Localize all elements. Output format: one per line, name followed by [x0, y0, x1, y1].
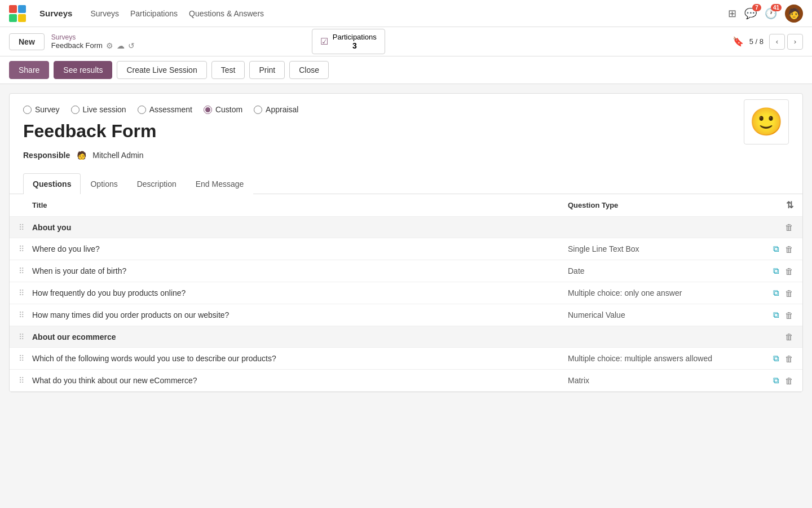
- table-row: ⠿ About our ecommerce 🗑: [10, 326, 802, 348]
- user-avatar[interactable]: 🧑: [785, 5, 803, 23]
- close-button[interactable]: Close: [289, 61, 329, 79]
- responsible-row: Responsible 🧑 Mitchell Admin: [23, 148, 298, 162]
- row-type: Multiple choice: multiple answers allowe…: [568, 354, 748, 363]
- responsible-name: Mitchell Admin: [92, 151, 143, 160]
- participations-button[interactable]: ☑ Participations 3: [312, 29, 385, 54]
- delete-icon[interactable]: 🗑: [785, 354, 793, 364]
- participations-count: 3: [333, 41, 377, 50]
- new-button[interactable]: New: [9, 33, 45, 50]
- row-actions: 🗑: [748, 332, 793, 341]
- table-row: ⠿ Where do you live? Single Line Text Bo…: [10, 238, 802, 260]
- app-logo: [9, 5, 26, 22]
- top-nav: Surveys Surveys Participations Questions…: [0, 0, 812, 27]
- table-row: ⠿ How frequently do you buy products onl…: [10, 282, 802, 304]
- topnav-right: ⊞ 💬 7 🕐 41 🧑: [728, 5, 803, 23]
- tab-end-message[interactable]: End Message: [186, 173, 254, 194]
- copy-icon[interactable]: ⧉: [773, 375, 779, 386]
- drag-handle[interactable]: ⠿: [19, 266, 32, 275]
- clock-badge: 41: [771, 4, 782, 11]
- row-question-title: How many times did you order products on…: [32, 310, 568, 319]
- drag-handle[interactable]: ⠿: [19, 310, 32, 319]
- responsible-label: Responsible: [23, 151, 70, 160]
- grid-icon[interactable]: ⊞: [728, 7, 736, 20]
- row-actions: ⧉ 🗑: [748, 310, 793, 320]
- row-section-title: About you: [32, 223, 568, 232]
- survey-info: Survey Live session Assessment Custom Ap…: [23, 105, 298, 171]
- participations-info: Participations 3: [333, 33, 377, 50]
- delete-icon[interactable]: 🗑: [785, 332, 793, 341]
- delete-icon[interactable]: 🗑: [785, 376, 793, 386]
- row-actions: ⧉ 🗑: [748, 266, 793, 276]
- row-type: Multiple choice: only one answer: [568, 288, 748, 297]
- actions-col-header: ⇅: [748, 200, 793, 211]
- survey-tabs: Questions Options Description End Messag…: [10, 173, 802, 194]
- drag-handle[interactable]: ⠿: [19, 223, 32, 232]
- copy-icon[interactable]: ⧉: [773, 244, 779, 254]
- copy-icon[interactable]: ⧉: [773, 353, 779, 364]
- row-actions: ⧉ 🗑: [748, 244, 793, 254]
- clock-icon[interactable]: 🕐 41: [765, 7, 777, 20]
- survey-type-group: Survey Live session Assessment Custom Ap…: [23, 105, 298, 114]
- bookmark-icon[interactable]: 🔖: [732, 36, 744, 47]
- tab-options[interactable]: Options: [81, 173, 127, 194]
- nav-current: 5: [749, 37, 753, 46]
- nav-prev-button[interactable]: ‹: [769, 34, 785, 50]
- type-assessment[interactable]: Assessment: [138, 105, 192, 114]
- table-row: ⠿ Which of the following words would you…: [10, 348, 802, 370]
- menu-participations[interactable]: Participations: [130, 9, 178, 18]
- drag-handle[interactable]: ⠿: [19, 332, 32, 341]
- breadcrumb-current-text: Feedback Form: [51, 41, 103, 50]
- table-row: ⠿ What do you think about our new eComme…: [10, 370, 802, 392]
- row-question-title: When is your date of birth?: [32, 266, 568, 275]
- upload-icon[interactable]: ☁: [117, 41, 125, 50]
- row-actions: ⧉ 🗑: [748, 375, 793, 386]
- drag-handle[interactable]: ⠿: [19, 288, 32, 297]
- delete-icon[interactable]: 🗑: [785, 266, 793, 276]
- main-content: Survey Live session Assessment Custom Ap…: [9, 93, 803, 392]
- table-row: ⠿ About you 🗑: [10, 217, 802, 238]
- participations-section: ☑ Participations 3: [312, 29, 385, 54]
- settings-icon[interactable]: ⚙: [106, 41, 113, 50]
- delete-icon[interactable]: 🗑: [785, 310, 793, 320]
- drag-handle[interactable]: ⠿: [19, 244, 32, 253]
- type-survey[interactable]: Survey: [23, 105, 60, 114]
- title-col-header: Title: [32, 201, 568, 209]
- see-results-button[interactable]: See results: [54, 61, 112, 79]
- row-question-title: How frequently do you buy products onlin…: [32, 288, 568, 297]
- sort-icon[interactable]: ⇅: [786, 200, 793, 211]
- type-custom[interactable]: Custom: [204, 105, 242, 114]
- delete-icon[interactable]: 🗑: [785, 222, 793, 232]
- secondbar-right: 🔖 5 / 8 ‹ ›: [732, 34, 803, 50]
- type-live-session[interactable]: Live session: [71, 105, 126, 114]
- create-live-session-button[interactable]: Create Live Session: [117, 61, 206, 79]
- print-button[interactable]: Print: [249, 61, 285, 79]
- responsible-avatar: 🧑: [74, 148, 88, 162]
- nav-next-button[interactable]: ›: [787, 34, 803, 50]
- survey-header: Survey Live session Assessment Custom Ap…: [10, 94, 802, 171]
- copy-icon[interactable]: ⧉: [773, 266, 779, 276]
- breadcrumb-parent[interactable]: Surveys: [51, 33, 135, 41]
- tab-questions[interactable]: Questions: [23, 173, 81, 194]
- refresh-icon[interactable]: ↺: [128, 41, 135, 50]
- menu-surveys[interactable]: Surveys: [90, 9, 119, 18]
- second-bar: New Surveys Feedback Form ⚙ ☁ ↺ ☑ Partic…: [0, 27, 812, 56]
- tab-description[interactable]: Description: [127, 173, 186, 194]
- delete-icon[interactable]: 🗑: [785, 288, 793, 298]
- nav-total: 8: [760, 37, 764, 46]
- type-appraisal[interactable]: Appraisal: [254, 105, 298, 114]
- test-button[interactable]: Test: [211, 61, 245, 79]
- share-button[interactable]: Share: [9, 61, 49, 79]
- delete-icon[interactable]: 🗑: [785, 244, 793, 254]
- nav-count: 5 / 8: [749, 37, 764, 46]
- survey-emoji[interactable]: 🙂: [744, 99, 789, 144]
- row-type: Single Line Text Box: [568, 244, 748, 253]
- chat-icon[interactable]: 💬 7: [744, 7, 757, 20]
- table-row: ⠿ When is your date of birth? Date ⧉ 🗑: [10, 260, 802, 282]
- row-actions: ⧉ 🗑: [748, 288, 793, 298]
- drag-handle[interactable]: ⠿: [19, 376, 32, 385]
- menu-qa[interactable]: Questions & Answers: [189, 9, 264, 18]
- row-type: Matrix: [568, 376, 748, 385]
- copy-icon[interactable]: ⧉: [773, 310, 779, 320]
- copy-icon[interactable]: ⧉: [773, 288, 779, 298]
- drag-handle[interactable]: ⠿: [19, 354, 32, 363]
